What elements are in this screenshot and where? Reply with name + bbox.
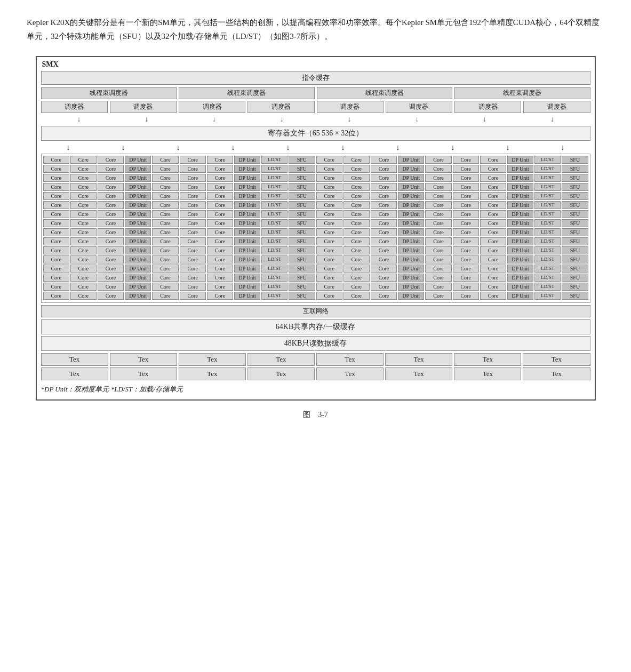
core-cell-r5-c9: SFU	[289, 201, 315, 209]
core-cell-r12-c15: Core	[453, 265, 479, 273]
core-cell-r15-c0: Core	[43, 292, 69, 300]
core-cell-r5-c0: Core	[43, 201, 69, 209]
core-cell-r11-c6: Core	[207, 255, 233, 263]
tex-2-4: Tex	[316, 367, 384, 380]
core-cell-r14-c15: Core	[453, 283, 479, 291]
core-cell-r5-c16: Core	[480, 201, 506, 209]
interconnect: 互联网络	[41, 305, 590, 317]
core-cell-r10-c14: Core	[425, 246, 451, 254]
core-cell-r2-c16: Core	[480, 174, 506, 182]
core-cell-r13-c4: Core	[152, 274, 178, 282]
tex-2-0: Tex	[41, 367, 108, 380]
core-cell-r12-c4: Core	[152, 265, 178, 273]
core-cell-r3-c9: SFU	[289, 183, 315, 191]
arrow-4: ↓	[317, 115, 382, 124]
core-cell-r3-c5: Core	[180, 183, 206, 191]
tex-1-7: Tex	[523, 353, 590, 366]
core-cell-r10-c16: Core	[480, 246, 506, 254]
core-cell-r4-c0: Core	[43, 192, 69, 200]
core-cell-r0-c14: Core	[425, 156, 451, 164]
tex-row-1: Tex Tex Tex Tex Tex Tex Tex Tex	[41, 353, 590, 366]
core-cell-r3-c10: Core	[316, 183, 342, 191]
core-cell-r10-c1: Core	[70, 246, 97, 254]
core-cell-r11-c12: Core	[371, 255, 397, 263]
core-cell-r8-c1: Core	[70, 228, 97, 236]
core-cell-r2-c2: Core	[98, 174, 124, 182]
core-cell-r6-c17: DP Unit	[507, 210, 533, 218]
core-cell-r14-c19: SFU	[562, 283, 588, 291]
core-row-12: CoreCoreCoreDP UnitCoreCoreCoreDP UnitLD…	[43, 265, 588, 273]
core-row-9: CoreCoreCoreDP UnitCoreCoreCoreDP UnitLD…	[43, 237, 588, 245]
core-cell-r8-c0: Core	[43, 228, 69, 236]
core-cell-r14-c5: Core	[180, 283, 206, 291]
core-cell-r12-c16: Core	[480, 265, 506, 273]
core-cell-r13-c6: Core	[207, 274, 233, 282]
core-cell-r15-c19: SFU	[562, 292, 588, 300]
reg-arrow-1: ↓	[121, 143, 125, 152]
core-cell-r1-c11: Core	[344, 165, 370, 173]
core-cell-r9-c15: Core	[453, 237, 479, 245]
core-cell-r1-c19: SFU	[562, 165, 588, 173]
core-cell-r13-c1: Core	[70, 274, 97, 282]
core-cell-r11-c2: Core	[98, 255, 124, 263]
core-cell-r2-c14: Core	[425, 174, 451, 182]
core-cell-r4-c12: Core	[371, 192, 397, 200]
core-cell-r5-c15: Core	[453, 201, 479, 209]
intro-text: Kepler K20X的关键部分是有一个新的SM单元，其包括一些结构的创新，以提…	[27, 16, 604, 43]
core-cell-r3-c15: Core	[453, 183, 479, 191]
core-cell-r9-c4: Core	[152, 237, 178, 245]
arrow-7: ↓	[520, 115, 585, 124]
core-cell-r10-c0: Core	[43, 246, 69, 254]
reg-arrow-9: ↓	[561, 143, 565, 152]
core-cell-r6-c4: Core	[152, 210, 178, 218]
core-row-1: CoreCoreCoreDP UnitCoreCoreCoreDP UnitLD…	[43, 165, 588, 173]
core-cell-r5-c11: Core	[344, 201, 370, 209]
core-cell-r11-c8: LD/ST	[261, 255, 287, 263]
core-cell-r8-c13: DP Unit	[398, 228, 424, 236]
core-cell-r9-c10: Core	[316, 237, 342, 245]
core-cell-r1-c3: DP Unit	[125, 165, 151, 173]
core-cell-r8-c19: SFU	[562, 228, 588, 236]
core-cell-r2-c15: Core	[453, 174, 479, 182]
core-row-11: CoreCoreCoreDP UnitCoreCoreCoreDP UnitLD…	[43, 255, 588, 263]
core-cell-r14-c12: Core	[371, 283, 397, 291]
core-cell-r13-c10: Core	[316, 274, 342, 282]
core-cell-r9-c16: Core	[480, 237, 506, 245]
core-cell-r1-c13: DP Unit	[398, 165, 424, 173]
core-cell-r12-c0: Core	[43, 265, 69, 273]
core-cell-r14-c7: DP Unit	[234, 283, 260, 291]
core-cell-r7-c0: Core	[43, 219, 69, 227]
core-cell-r1-c16: Core	[480, 165, 506, 173]
core-cell-r3-c2: Core	[98, 183, 124, 191]
core-cell-r1-c7: DP Unit	[234, 165, 260, 173]
core-cell-r7-c10: Core	[316, 219, 342, 227]
core-cell-r11-c1: Core	[70, 255, 97, 263]
dispatch-0: 调度器	[41, 101, 108, 113]
tex-2-2: Tex	[179, 367, 246, 380]
core-cell-r8-c17: DP Unit	[507, 228, 533, 236]
core-cell-r4-c11: Core	[344, 192, 370, 200]
core-cell-r5-c19: SFU	[562, 201, 588, 209]
core-cell-r10-c9: SFU	[289, 246, 315, 254]
core-cell-r7-c5: Core	[180, 219, 206, 227]
core-cell-r7-c6: Core	[207, 219, 233, 227]
tex-1-1: Tex	[110, 353, 177, 366]
core-cell-r4-c19: SFU	[562, 192, 588, 200]
shared-memory: 64KB共享内存/一级缓存	[41, 319, 590, 334]
warp-scheduler-2: 线程束调度器	[317, 87, 453, 99]
core-cell-r7-c3: DP Unit	[125, 219, 151, 227]
core-cell-r2-c5: Core	[180, 174, 206, 182]
core-cell-r12-c2: Core	[98, 265, 124, 273]
core-cell-r14-c0: Core	[43, 283, 69, 291]
core-cell-r13-c12: Core	[371, 274, 397, 282]
arrow-5: ↓	[384, 115, 450, 124]
core-cell-r6-c5: Core	[180, 210, 206, 218]
arrow-0: ↓	[46, 115, 112, 124]
core-cell-r7-c12: Core	[371, 219, 397, 227]
core-cell-r2-c4: Core	[152, 174, 178, 182]
core-cell-r0-c12: Core	[371, 156, 397, 164]
core-cell-r0-c9: SFU	[289, 156, 315, 164]
core-cell-r2-c8: LD/ST	[261, 174, 287, 182]
core-row-14: CoreCoreCoreDP UnitCoreCoreCoreDP UnitLD…	[43, 283, 588, 291]
core-cell-r5-c3: DP Unit	[125, 201, 151, 209]
